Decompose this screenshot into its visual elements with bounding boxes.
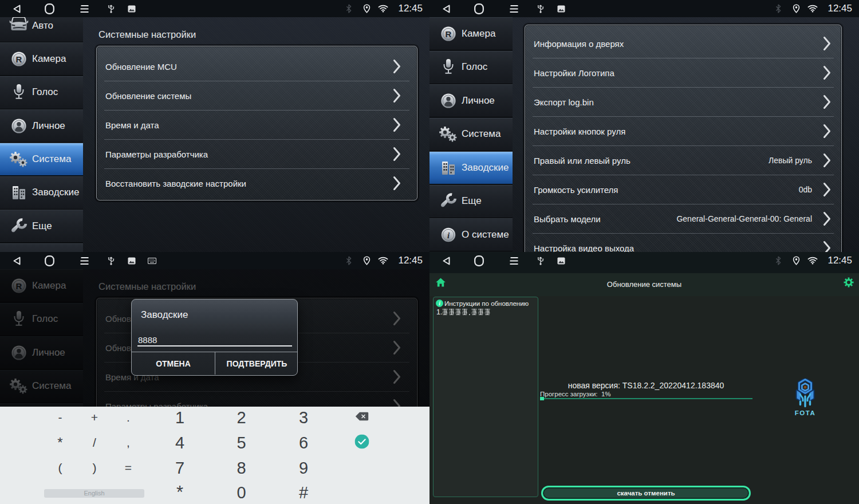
svg-text:i: i	[439, 301, 440, 306]
svg-text:R: R	[16, 54, 22, 64]
svg-text:R: R	[446, 29, 452, 38]
